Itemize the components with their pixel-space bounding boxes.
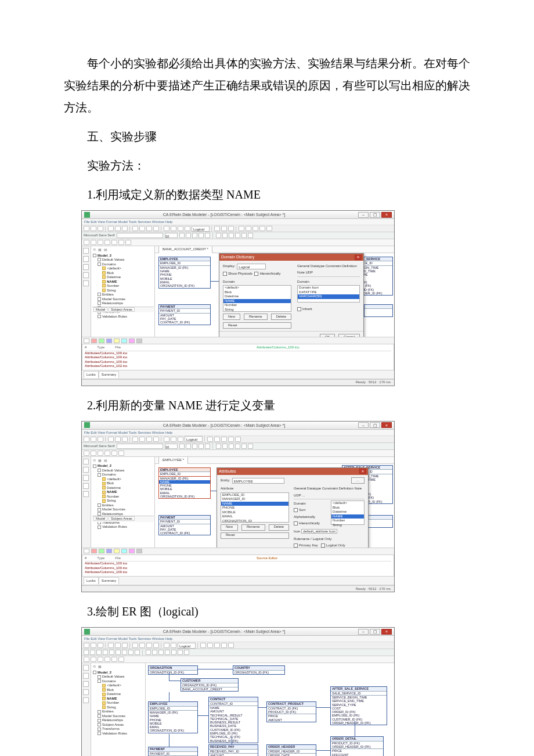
screenshot-1: CA ERwin Data Modeler - [LOGISTICerwin :… bbox=[81, 210, 470, 386]
palette-bar[interactable] bbox=[82, 337, 394, 344]
display-combo[interactable]: Logical bbox=[237, 264, 266, 269]
dialog-close-button[interactable]: × bbox=[355, 255, 362, 260]
font-toolbar[interactable]: Microsoft Sans Serif 10 bbox=[82, 232, 394, 239]
footer-tab-locks[interactable]: Locks bbox=[84, 371, 99, 378]
footer-tab-summary[interactable]: Summary bbox=[99, 371, 120, 378]
tree-tab-model[interactable]: Model bbox=[93, 307, 107, 312]
logical-physical-combo[interactable]: Logical bbox=[192, 226, 210, 232]
step-3-heading: 3.绘制 ER 图（logical) bbox=[64, 600, 470, 622]
entity-payment[interactable]: PAYMENT PAYMENT_ID AMOUNT PAY_DATE CONTR… bbox=[158, 304, 211, 325]
rename-button[interactable]: Rename bbox=[244, 314, 268, 320]
diagram-canvas[interactable]: BANK_ACCOUNT_CREDIT * EMPLOYEE EMPLOEE_I… bbox=[155, 246, 394, 337]
screenshot-2: www.bdocx.com CA ERwin Data Modeler - [L… bbox=[81, 421, 470, 592]
step-2-heading: 2.利用新的变量 NAME 进行定义变量 bbox=[64, 394, 470, 416]
window-titlebar: CA ERwin Data Modeler - [LOGISTICerwin :… bbox=[82, 211, 394, 219]
status-bar: Ready · 5012 · 170 ms bbox=[82, 379, 394, 386]
shape-toolbar[interactable] bbox=[82, 239, 394, 246]
close-button[interactable]: × bbox=[381, 212, 392, 218]
window-title: CA ERwin Data Modeler - [LOGISTICerwin :… bbox=[90, 211, 358, 218]
step-1-heading: 1.利用域定义新的数据类型 NAME bbox=[64, 183, 470, 206]
menu-bar[interactable]: File Edit View Format Model Tools Servic… bbox=[82, 219, 394, 225]
tree-tab-subjects[interactable]: Subject Areas bbox=[109, 307, 135, 312]
left-nav-icons[interactable] bbox=[82, 246, 91, 337]
minimize-button[interactable]: – bbox=[358, 212, 369, 218]
section-five-heading: 五、实验步骤 bbox=[64, 125, 470, 147]
domain-list[interactable]: <default> Blob Datetime NAME Number Stri… bbox=[223, 285, 291, 312]
attribute-list[interactable]: EMPLOEE_ID MANAGER_ID NAME PHONE MOBILE … bbox=[221, 492, 289, 523]
main-toolbar[interactable]: Logical bbox=[82, 225, 394, 232]
domain-select-list[interactable]: <default> Blob Datetime NAME Number Stri… bbox=[331, 501, 365, 525]
delete-button[interactable]: Delete bbox=[271, 314, 291, 320]
reset-button[interactable]: Reset bbox=[223, 322, 291, 329]
model-tree[interactable]: ⟲▦▤ Model_2 Default Values Domains <defa… bbox=[91, 246, 155, 337]
domain-dictionary-dialog: Domain Dictionary × Display: Logical bbox=[219, 253, 364, 337]
method-heading: 实验方法： bbox=[64, 154, 470, 177]
entity-employee[interactable]: EMPLOYEE EMPLOEE_ID MANAGER_ID (FK) NAME… bbox=[158, 257, 211, 289]
message-list: #TypeFile Attributes/Columns_100.ico Att… bbox=[82, 344, 394, 370]
intro-paragraph: 每个小的实验都必须给出具体的实验方法、实验结果与结果分析。在对每个实验结果的分析… bbox=[64, 52, 470, 118]
cancel-button[interactable]: Cancel bbox=[338, 334, 360, 337]
screenshot-3: CA ERwin Data Modeler - [LOGISTICerwin :… bbox=[81, 627, 470, 756]
maximize-button[interactable]: ▢ bbox=[370, 212, 380, 218]
ok-button[interactable]: OK bbox=[320, 334, 335, 337]
new-button[interactable]: New bbox=[223, 314, 240, 320]
dialog-tabs[interactable]: General Datatype Constraint Definition N… bbox=[297, 263, 360, 277]
show-physicals-checkbox[interactable] bbox=[223, 272, 227, 276]
app-icon bbox=[84, 212, 90, 218]
dialog-title: Domain Dictionary bbox=[221, 253, 254, 261]
hierarchically-checkbox[interactable] bbox=[254, 272, 258, 276]
entity-combo[interactable]: EMPLOYEE bbox=[232, 478, 284, 484]
attributes-dialog: Attributes × Entity: EMPLOYEE ... Attri bbox=[217, 467, 369, 548]
